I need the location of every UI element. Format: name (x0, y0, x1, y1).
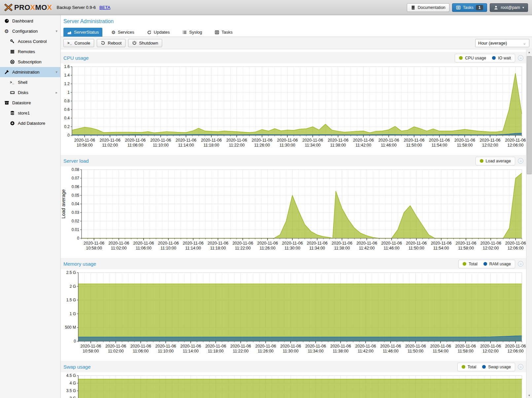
svg-text:2020-11-06: 2020-11-06 (100, 138, 121, 143)
legend-item-total[interactable]: Total (462, 365, 476, 369)
legend-item-total[interactable]: Total (463, 262, 477, 266)
tab-updates[interactable]: Updates (143, 28, 173, 37)
svg-text:11:50:00: 11:50:00 (408, 246, 424, 250)
timeframe-select[interactable]: Hour (average) ⌄ (475, 39, 529, 47)
svg-text:2020-11-06: 2020-11-06 (280, 344, 301, 348)
collapse-panel-button[interactable]: − (518, 158, 523, 164)
svg-text:11:10:00: 11:10:00 (158, 349, 174, 353)
panel-header: Server loadLoad average− (61, 155, 526, 166)
chevron-down-icon: ▾ (55, 29, 57, 33)
user-icon (494, 5, 498, 10)
tasks-button[interactable]: Tasks 1 (452, 3, 487, 12)
shutdown-button[interactable]: Shutdown (128, 39, 162, 47)
sidebar-item-dashboard[interactable]: Dashboard (0, 16, 60, 26)
legend-item-swap-usage[interactable]: Swap usage (482, 365, 511, 369)
collapse-panel-button[interactable]: − (518, 364, 523, 370)
svg-text:0.05: 0.05 (72, 193, 80, 198)
svg-text:2020-11-06: 2020-11-06 (328, 138, 348, 143)
user-menu-button[interactable]: root@pam ▾ (490, 3, 528, 12)
collapse-panel-button[interactable]: − (518, 261, 523, 267)
svg-text:11:58:00: 11:58:00 (457, 143, 473, 148)
svg-text:11:06:00: 11:06:00 (136, 246, 152, 250)
power-icon (132, 41, 137, 45)
sidebar-item-add-datastore[interactable]: Add Datastore (0, 118, 60, 128)
legend-label: IO wait (498, 56, 511, 60)
svg-text:11:18:00: 11:18:00 (208, 349, 224, 353)
sidebar-item-configuration[interactable]: ⚙Configuration▾ (0, 26, 60, 36)
sidebar-nav: Dashboard⚙Configuration▾Access ControlRe… (0, 15, 61, 398)
sidebar-item-access-control[interactable]: Access Control (0, 36, 60, 47)
terminal-icon: >_ (9, 81, 16, 84)
svg-text:0: 0 (67, 133, 70, 138)
svg-text:11:50:00: 11:50:00 (406, 143, 422, 148)
svg-text:4 G: 4 G (70, 381, 76, 385)
reboot-icon (101, 41, 105, 45)
vertical-scrollbar[interactable]: ▲ ▼ (526, 50, 532, 398)
tab-label: Updates (154, 30, 170, 35)
legend-dot (463, 262, 466, 266)
svg-text:2020-11-06: 2020-11-06 (307, 241, 328, 246)
svg-text:2020-11-06: 2020-11-06 (430, 344, 451, 348)
svg-text:2020-11-06: 2020-11-06 (505, 138, 526, 143)
panel-body: 00.010.020.030.040.050.060.070.082020-11… (61, 166, 526, 253)
svg-text:10:58:00: 10:58:00 (86, 246, 102, 250)
tab-services[interactable]: ⚙Services (108, 28, 138, 37)
sidebar-item-remotes[interactable]: Remotes (0, 47, 60, 57)
sidebar-item-disks[interactable]: Disks▸ (0, 87, 60, 98)
beta-link[interactable]: BETA (99, 5, 110, 10)
sidebar-item-datastore[interactable]: Datastore (0, 98, 60, 108)
svg-text:11:38:00: 11:38:00 (330, 143, 346, 148)
scroll-up-arrow[interactable]: ▲ (526, 50, 532, 55)
legend-item-io-wait[interactable]: IO wait (492, 56, 511, 60)
reboot-button[interactable]: Reboot (97, 39, 125, 47)
proxmox-x-icon (4, 3, 13, 12)
svg-text:12:02:00: 12:02:00 (482, 143, 498, 148)
tasks-icon (215, 30, 219, 35)
svg-text:2020-11-06: 2020-11-06 (356, 241, 377, 246)
panel-body: 0500 M1 G1.5 G2 G2.5 G3 G3.5 G4 G4.5 G20… (61, 372, 526, 398)
sidebar-item-label: Configuration (12, 29, 38, 34)
panel-header: Memory usageTotalRAM usage− (61, 258, 526, 269)
svg-text:2020-11-06: 2020-11-06 (205, 344, 226, 348)
panel-title: Server load (63, 158, 89, 164)
documentation-button[interactable]: Documentation (407, 3, 449, 12)
svg-text:11:26:00: 11:26:00 (254, 143, 270, 148)
collapse-panel-button[interactable]: − (518, 55, 523, 61)
tab-tasks[interactable]: Tasks (211, 28, 236, 37)
svg-text:11:02:00: 11:02:00 (102, 143, 118, 148)
tab-syslog[interactable]: Syslog (179, 28, 206, 37)
svg-text:2020-11-06: 2020-11-06 (230, 344, 251, 348)
sidebar-item-label: Disks (18, 90, 28, 95)
svg-text:11:54:00: 11:54:00 (433, 349, 448, 353)
legend-item-load-average[interactable]: Load average (480, 159, 511, 163)
svg-text:2020-11-06: 2020-11-06 (456, 241, 477, 246)
main-content: Server Administration ServerStatus⚙Servi… (61, 15, 532, 398)
svg-text:11:02:00: 11:02:00 (111, 246, 127, 250)
svg-text:11:22:00: 11:22:00 (235, 246, 251, 250)
sidebar-item-store1[interactable]: store1 (0, 108, 60, 118)
terminal-icon: >_ (67, 41, 72, 45)
svg-text:11:22:00: 11:22:00 (229, 143, 245, 148)
svg-text:11:10:00: 11:10:00 (153, 143, 169, 148)
wrench-icon (3, 70, 10, 75)
scroll-down-arrow[interactable]: ▼ (526, 393, 532, 398)
svg-text:2 G: 2 G (70, 284, 76, 289)
svg-text:12:06:00: 12:06:00 (507, 143, 523, 148)
svg-text:1.6: 1.6 (64, 64, 70, 69)
product-version-label: Backup Server 0.9-6 (57, 5, 96, 10)
svg-text:2020-11-06: 2020-11-06 (378, 138, 399, 143)
sidebar-item-shell[interactable]: >_Shell (0, 77, 60, 87)
legend-item-ram-usage[interactable]: RAM usage (483, 262, 511, 266)
svg-text:2020-11-06: 2020-11-06 (454, 138, 475, 143)
svg-text:11:06:00: 11:06:00 (127, 143, 143, 148)
svg-text:2020-11-06: 2020-11-06 (505, 344, 526, 348)
syslog-icon (182, 30, 187, 35)
sidebar-item-subscription[interactable]: Subscription (0, 57, 60, 67)
legend-item-cpu-usage[interactable]: CPU usage (459, 56, 486, 60)
tab-serverstatus[interactable]: ServerStatus (63, 28, 102, 37)
svg-text:0.4: 0.4 (64, 116, 70, 120)
scrollbar-thumb[interactable] (527, 56, 532, 174)
brand-text: PROXMOX (14, 3, 52, 12)
sidebar-item-administration[interactable]: Administration▾ (0, 67, 60, 77)
console-button[interactable]: >_ Console (63, 39, 94, 47)
